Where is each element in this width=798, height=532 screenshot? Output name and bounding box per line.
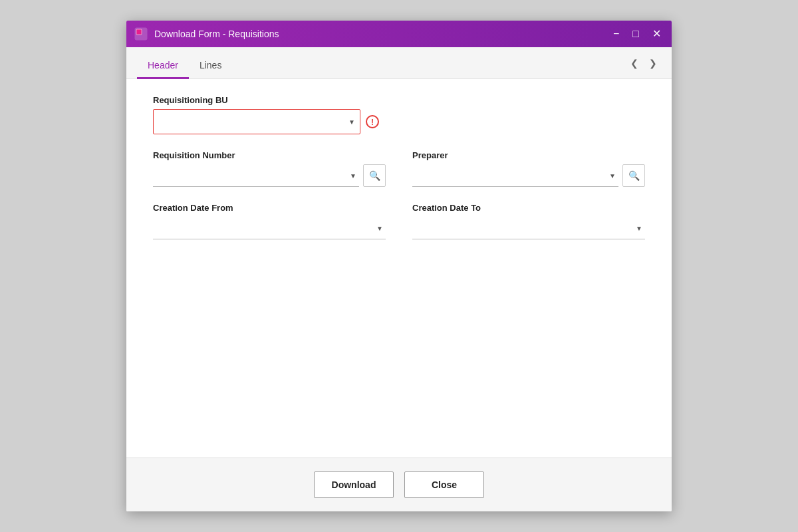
creation-date-to-select-wrapper: ▼ [412, 217, 645, 239]
requisition-number-search-button[interactable]: 🔍 [363, 164, 386, 187]
requisition-number-label: Requisition Number [153, 150, 386, 160]
tab-prev-button[interactable]: ❮ [626, 55, 642, 71]
search-icon: 🔍 [369, 170, 380, 181]
search-icon-preparer: 🔍 [628, 170, 640, 181]
form-spacer [153, 255, 645, 442]
window-title: Download Form - Requisitions [154, 29, 610, 39]
preparer-field: Preparer ▼ 🔍 [412, 150, 645, 187]
creation-date-from-field: Creation Date From ▼ [153, 203, 386, 239]
creation-date-to-dropdown[interactable] [412, 217, 645, 239]
requisitioning-bu-label: Requisitioning BU [153, 95, 645, 105]
svg-rect-1 [136, 29, 142, 35]
requisitioning-bu-section: Requisitioning BU ▼ ! [153, 95, 645, 134]
creation-date-from-dropdown[interactable] [153, 217, 386, 239]
tab-next-button[interactable]: ❯ [645, 55, 661, 71]
footer-actions: Download Close [126, 458, 672, 511]
preparer-label: Preparer [412, 150, 645, 160]
requisitioning-bu-error-icon: ! [366, 115, 379, 128]
requisition-number-dropdown[interactable] [153, 164, 359, 187]
requisitioning-bu-dropdown[interactable] [153, 109, 360, 134]
requisitioning-bu-select-wrapper: ▼ [153, 109, 360, 134]
creation-date-to-field: Creation Date To ▼ [412, 203, 645, 239]
download-button[interactable]: Download [314, 471, 394, 498]
requisitioning-bu-wrapper: ▼ ! [153, 109, 379, 134]
creation-date-to-label: Creation Date To [412, 203, 645, 213]
maximize-button[interactable]: □ [630, 27, 642, 41]
form-content: Requisitioning BU ▼ ! Requisition Number [126, 79, 672, 458]
close-button[interactable]: ✕ [650, 27, 664, 41]
req-number-preparer-row: Requisition Number ▼ 🔍 Preparer [153, 150, 645, 187]
tab-lines[interactable]: Lines [189, 52, 232, 79]
tab-header[interactable]: Header [137, 52, 189, 79]
creation-date-from-label: Creation Date From [153, 203, 386, 213]
date-row: Creation Date From ▼ Creation Date To ▼ [153, 203, 645, 239]
creation-date-from-select-wrapper: ▼ [153, 217, 386, 239]
preparer-search-button[interactable]: 🔍 [622, 164, 645, 187]
preparer-select-wrapper: ▼ [412, 164, 618, 187]
title-bar: Download Form - Requisitions − □ ✕ [126, 21, 672, 47]
window-controls: − □ ✕ [610, 27, 664, 41]
app-icon [134, 27, 148, 41]
tabs-bar: Header Lines ❮ ❯ [126, 47, 672, 79]
requisition-number-wrapper: ▼ 🔍 [153, 164, 386, 187]
requisition-number-select-wrapper: ▼ [153, 164, 359, 187]
preparer-dropdown[interactable] [412, 164, 618, 187]
minimize-button[interactable]: − [610, 27, 622, 41]
requisition-number-field: Requisition Number ▼ 🔍 [153, 150, 386, 187]
close-button-footer[interactable]: Close [404, 471, 484, 498]
tab-nav-arrows: ❮ ❯ [626, 55, 661, 71]
main-window: Download Form - Requisitions − □ ✕ Heade… [126, 21, 672, 511]
preparer-wrapper: ▼ 🔍 [412, 164, 645, 187]
